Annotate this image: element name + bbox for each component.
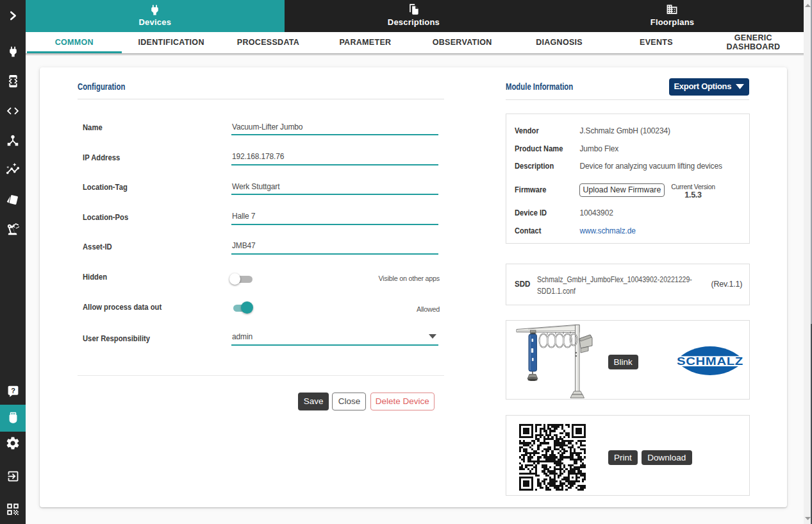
- svg-text:?: ?: [11, 387, 15, 394]
- svg-text:SCHMALZ: SCHMALZ: [677, 355, 743, 367]
